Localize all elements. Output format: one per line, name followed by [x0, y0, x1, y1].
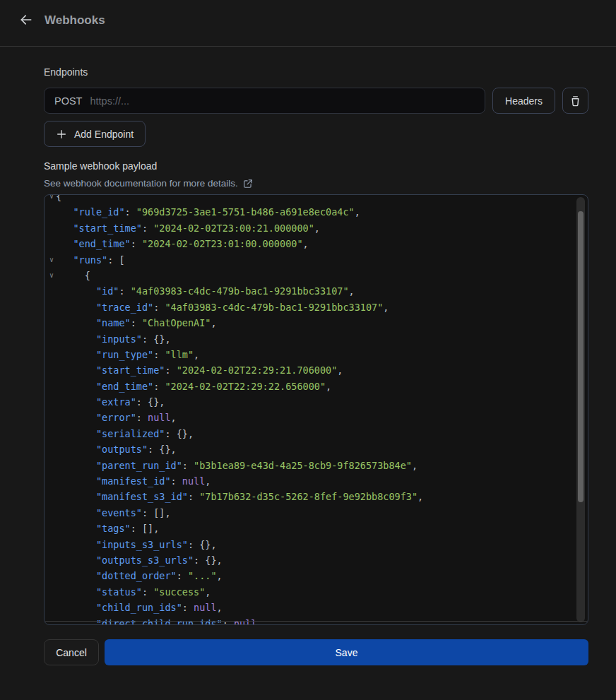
code-line: "trace_id": "4af03983-c4dc-479b-bac1-929…: [45, 299, 574, 315]
external-link-icon: [243, 179, 253, 189]
footer-actions: Cancel Save: [44, 639, 588, 665]
horizontal-scrollbar[interactable]: [45, 621, 587, 622]
code-line: "end_time": "2024-02-02T23:01:00.000000"…: [45, 236, 574, 251]
payload-title: Sample webhook payload: [44, 160, 588, 172]
code-line: "events": [],: [45, 505, 574, 521]
payload-code-viewer[interactable]: ∨{ "rule_id": "969d3725-3ae1-5751-b486-a…: [44, 194, 588, 625]
code-line: "serialized": {},: [45, 426, 574, 441]
code-line: "extra": {},: [45, 394, 574, 410]
add-endpoint-label: Add Endpoint: [74, 129, 134, 140]
plus-icon: [56, 129, 67, 140]
code-line: "tags": [],: [45, 521, 574, 536]
code-line: ∨{: [45, 194, 574, 204]
code-line: "outputs": {},: [45, 441, 574, 457]
url-placeholder: https://...: [90, 95, 129, 107]
save-button[interactable]: Save: [105, 639, 588, 665]
code-line: "rule_id": "969d3725-3ae1-5751-b486-a691…: [45, 204, 574, 220]
code-line: "start_time": "2024-02-02T23:00:21.00000…: [45, 220, 574, 236]
vertical-scrollbar-track[interactable]: [576, 197, 585, 622]
code-line: "start_time": "2024-02-02T22:29:21.70600…: [45, 362, 574, 378]
code-line: "dotted_order": "...",: [45, 568, 574, 583]
webhook-docs-link-label: See webhook documentation for more detai…: [44, 177, 238, 189]
code-line: "inputs_s3_urls": {},: [45, 537, 574, 552]
code-line: "outputs_s3_urls": {},: [45, 552, 574, 568]
webhook-docs-link[interactable]: See webhook documentation for more detai…: [44, 177, 253, 189]
code-line: "inputs": {},: [45, 331, 574, 347]
code-line: "manifest_s3_id": "7b17b632-d35c-5262-8f…: [45, 489, 574, 504]
webhooks-panel: Webhooks Endpoints POST https://... Head…: [0, 0, 616, 700]
code-line: ∨ {: [45, 268, 574, 283]
code-line: "child_run_ids": null,: [45, 600, 574, 615]
fold-chevron-icon[interactable]: ∨: [49, 268, 54, 283]
code-line: "parent_run_id": "b3b1ea89-e43d-4a25-8cb…: [45, 458, 574, 473]
trash-icon: [569, 95, 581, 107]
delete-endpoint-button[interactable]: [562, 88, 588, 114]
headers-button-label: Headers: [505, 95, 543, 107]
endpoint-url-input[interactable]: POST https://...: [44, 88, 485, 114]
endpoint-row: POST https://... Headers: [44, 88, 588, 114]
endpoints-label: Endpoints: [44, 66, 588, 78]
header: Webhooks: [0, 0, 616, 47]
page-title: Webhooks: [45, 13, 105, 28]
code-line: ∨ "runs": [: [45, 252, 574, 268]
code-line: "run_type": "llm",: [45, 347, 574, 362]
fold-chevron-icon[interactable]: ∨: [49, 252, 54, 268]
arrow-left-icon: [19, 13, 33, 29]
headers-button[interactable]: Headers: [492, 88, 555, 114]
add-endpoint-button[interactable]: Add Endpoint: [44, 121, 146, 147]
back-button[interactable]: [19, 13, 33, 28]
http-method-label: POST: [54, 95, 82, 107]
code-line: "status": "success",: [45, 584, 574, 600]
code-line: "manifest_id": null,: [45, 473, 574, 489]
code-content: ∨{ "rule_id": "969d3725-3ae1-5751-b486-a…: [45, 194, 574, 625]
cancel-button[interactable]: Cancel: [44, 639, 99, 665]
fold-chevron-icon[interactable]: ∨: [49, 194, 54, 204]
main-content: Endpoints POST https://... Headers Add E…: [0, 66, 616, 665]
code-line: "id": "4af03983-c4dc-479b-bac1-9291bbc33…: [45, 283, 574, 299]
code-line: "name": "ChatOpenAI",: [45, 315, 574, 331]
code-line: "error": null,: [45, 410, 574, 425]
code-line: "end_time": "2024-02-02T22:29:22.656000"…: [45, 379, 574, 394]
vertical-scrollbar-thumb[interactable]: [578, 211, 584, 502]
